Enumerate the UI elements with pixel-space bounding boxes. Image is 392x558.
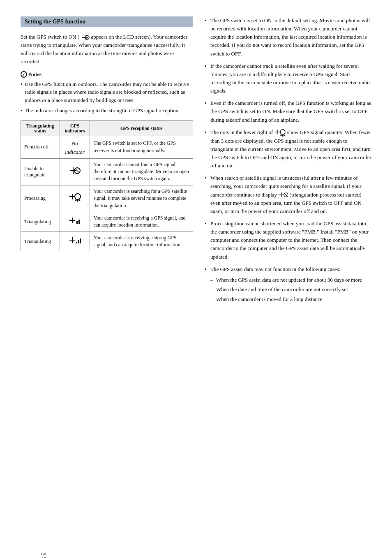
gps-dots-inline-icon	[274, 129, 286, 137]
svg-rect-16	[76, 221, 78, 224]
notes-section: i Notes Use the GPS function in outdoors…	[21, 71, 193, 115]
page-gb-label: GB	[41, 552, 46, 556]
row-desc-tri2: Your camcorder is receiving a strong GPS…	[90, 232, 193, 251]
section-title: Setting the GPS function	[21, 16, 193, 27]
svg-rect-17	[78, 220, 80, 224]
svg-line-32	[284, 193, 288, 197]
cross-dots-icon	[69, 192, 81, 202]
no-indicator-label: No indicator	[65, 140, 85, 155]
notes-icon: i	[21, 71, 27, 78]
svg-point-27	[282, 135, 284, 137]
svg-point-26	[280, 134, 282, 136]
sub-bullet-1: When the GPS assist data are not updated…	[210, 276, 371, 284]
right-bullets-list: The GPS switch is set to ON in the defau…	[205, 16, 371, 303]
right-bullet-1: The GPS switch is set to ON in the defau…	[205, 16, 371, 58]
right-bullet-3: Even if the camcorder is turned off, the…	[205, 99, 371, 124]
svg-rect-21	[78, 240, 79, 243]
table-row: Unable to triangulate Your camcorder can…	[21, 158, 193, 185]
table-row: Triangulating Your camcorder is receivin…	[21, 212, 193, 232]
svg-point-10	[75, 194, 81, 199]
row-desc-tri1: Your camcorder is receiving a GPS signal…	[90, 212, 193, 232]
svg-text:Q: Q	[86, 37, 88, 40]
left-column: Setting the GPS function Set the GPS swi…	[21, 16, 193, 307]
notes-title: i Notes	[21, 71, 193, 78]
row-status-unable: Unable to triangulate	[21, 158, 60, 185]
svg-rect-22	[80, 238, 81, 243]
gps-on-icon: Q	[79, 34, 91, 40]
table-header-status: Triangulating status	[21, 120, 60, 136]
row-desc-functionoff: The GPS switch is set to OFF, or the GPS…	[90, 136, 193, 158]
right-column: The GPS switch is set to ON in the defau…	[205, 16, 371, 307]
page-number: 48	[41, 556, 46, 558]
note-item-2: The indicator changes according to the s…	[21, 107, 193, 115]
gps-table: Triangulating status GPS indicators GPS …	[21, 120, 193, 252]
table-row: Processing Your camcorder is s	[21, 185, 193, 212]
row-desc-unable: Your camcorder cannot find a GPS signal,…	[90, 158, 193, 185]
row-desc-processing: Your camcorder is searching for a GPS sa…	[90, 185, 193, 212]
gps-bar1-icon	[69, 216, 81, 225]
page-layout: Setting the GPS function Set the GPS swi…	[21, 16, 371, 307]
row-indicator-functionoff: No indicator	[60, 136, 90, 158]
gps-bar2-icon	[69, 236, 81, 245]
cross-circle-inline-icon	[278, 192, 288, 199]
page-number-container: GB 48	[41, 552, 46, 558]
notes-list: Use the GPS function in outdoors. The ca…	[21, 80, 193, 115]
svg-point-13	[79, 199, 81, 201]
sub-bullets-list: When the GPS assist data are not updated…	[210, 276, 371, 303]
right-bullet-6: Processing time can be shortened when yo…	[205, 220, 371, 261]
row-indicator-unable	[60, 158, 90, 185]
svg-rect-20	[76, 242, 77, 243]
table-header-indicators: GPS indicators	[60, 120, 90, 136]
sub-bullet-2: When the date and time of the camcorder …	[210, 285, 371, 294]
right-bullet-5: When search of satellite signal is unsuc…	[205, 174, 371, 215]
row-status-tri1: Triangulating	[21, 212, 60, 232]
intro-paragraph: Set the GPS switch to ON ( Q appears on …	[21, 33, 193, 66]
svg-point-12	[77, 200, 78, 202]
row-status-tri2: Triangulating	[21, 232, 60, 251]
row-status-functionoff: Function off	[21, 136, 60, 158]
table-row: Triangulating Your camcorder is receivin…	[21, 232, 193, 251]
svg-point-28	[284, 134, 285, 136]
note-item-1: Use the GPS function in outdoors. The ca…	[21, 80, 193, 104]
sub-bullet-3: When the camcorder is moved for a long d…	[210, 295, 371, 303]
row-indicator-processing	[60, 185, 90, 212]
svg-point-25	[280, 130, 285, 134]
row-indicator-tri1	[60, 212, 90, 232]
row-status-processing: Processing	[21, 185, 60, 212]
table-header-reception: GPS reception status	[90, 120, 193, 136]
row-indicator-tri2	[60, 232, 90, 251]
svg-point-11	[75, 199, 77, 201]
right-bullet-4: The dots in the lower right of show GPS …	[205, 128, 371, 170]
right-bullet-7: The GPS assist data may not function in …	[205, 265, 371, 303]
cross-circle-icon	[69, 166, 81, 175]
table-row: Function off No indicator The GPS switch…	[21, 136, 193, 158]
right-bullet-2: If the camcorder cannot track a satellit…	[205, 62, 371, 95]
